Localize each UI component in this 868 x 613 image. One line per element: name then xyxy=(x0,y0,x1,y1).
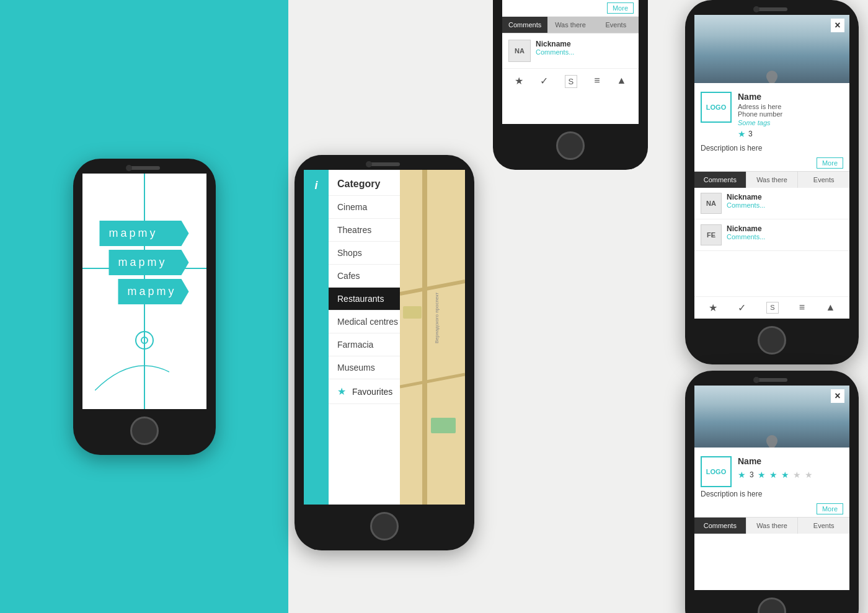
interactive-star-5[interactable]: ★ xyxy=(805,470,813,480)
toolbar-star-icon[interactable]: ★ xyxy=(709,302,717,314)
phone-top-detail-full xyxy=(685,0,859,15)
detail-bottom-name: Name xyxy=(738,456,813,466)
favourites-star-icon: ★ xyxy=(337,386,346,397)
splash-banner-1: mapmy xyxy=(99,221,188,246)
tab-bottom-events[interactable]: Events xyxy=(798,518,849,534)
more-btn-bottom[interactable]: More xyxy=(817,503,843,514)
category-content: i Category × Cinema Theatres xyxy=(304,170,465,505)
tab-events-label: Events xyxy=(813,176,835,183)
phone-detail-full: × LOGO Name xyxy=(685,0,859,364)
tab-comments[interactable]: Comments xyxy=(694,172,746,188)
partial-toolbar-map[interactable]: ▲ xyxy=(617,75,627,88)
partial-comment-block: Nickname Comments... xyxy=(536,40,574,62)
svg-point-1 xyxy=(141,337,148,343)
home-button-category[interactable] xyxy=(370,512,399,540)
logo-box: LOGO xyxy=(701,92,732,123)
detail-tabs: Comments Was there Events xyxy=(694,171,849,188)
toolbar-list-icon[interactable]: ≡ xyxy=(799,302,805,314)
tab-bottom-comments-label: Comments xyxy=(704,522,737,529)
info-icon: i xyxy=(314,179,317,192)
partial-toolbar-s[interactable]: S xyxy=(565,75,578,88)
more-btn[interactable]: More xyxy=(817,157,843,169)
phone-bottom-detail-bottom xyxy=(758,590,786,613)
detail-info: Name Adress is here Phone number Some ta… xyxy=(738,92,843,139)
phone-bottom-category xyxy=(370,505,399,550)
speaker-bar-category xyxy=(369,162,400,166)
speaker-bar-detail-full xyxy=(756,7,787,11)
speaker-bar xyxy=(129,166,160,170)
tab-bottom-was-there-label: Was there xyxy=(756,522,787,529)
detail-tags: Some tags xyxy=(738,119,843,126)
detail-bottom-pin-overlay xyxy=(765,434,779,448)
partial-tab-comments[interactable]: Comments xyxy=(502,17,547,33)
detail-bottom-description: Description is here xyxy=(694,490,849,502)
camera-dot-detail-bottom xyxy=(753,377,760,383)
partial-more-btn[interactable]: More xyxy=(607,2,634,14)
partial-toolbar-check[interactable]: ✓ xyxy=(540,75,548,88)
detail-bottom-image: × xyxy=(694,386,849,448)
detail-toolbar: ★ ✓ S ≡ ▲ xyxy=(694,296,849,319)
tab-bottom-was-there[interactable]: Was there xyxy=(746,518,799,534)
partial-tab-events[interactable]: Events xyxy=(593,17,639,33)
splash-banner-3: mapmy xyxy=(118,279,188,304)
home-button-detail-full[interactable] xyxy=(758,326,786,355)
interactive-star-3[interactable]: ★ xyxy=(781,470,789,480)
tab-was-there[interactable]: Was there xyxy=(746,172,799,188)
home-button-detail-bottom[interactable] xyxy=(758,598,786,613)
svg-rect-7 xyxy=(403,306,422,319)
avatar-na: NA xyxy=(701,193,722,214)
partial-toolbar-list[interactable]: ≡ xyxy=(594,75,600,88)
partial-tab-was-there-label: Was there xyxy=(555,21,586,29)
detail-logo-row: LOGO Name Adress is here Phone number So… xyxy=(694,83,849,144)
app-name-banner-3: mapmy xyxy=(127,285,176,298)
category-label-favourites: Favourites xyxy=(352,387,392,397)
map-background: Вернадского проспект xyxy=(400,170,465,505)
tab-was-there-label: Was there xyxy=(756,176,787,183)
detail-bottom-logo-row: LOGO Name ★ 3 ★ ★ ★ ★ xyxy=(694,448,849,490)
detail-full-screen: × LOGO Name xyxy=(694,15,849,319)
avatar-fe-text: FE xyxy=(707,231,715,239)
phone-top-category xyxy=(294,155,474,170)
right-section: i Category × Cinema Theatres xyxy=(288,0,868,613)
category-label-medical: Medical centres xyxy=(337,317,398,327)
detail-full-content: × LOGO Name xyxy=(694,15,849,319)
interactive-star-4[interactable]: ★ xyxy=(793,470,801,480)
partial-comment-row: NA Nickname Comments... xyxy=(502,33,639,69)
app-name-banner-2: mapmy xyxy=(118,256,167,268)
partial-toolbar-star[interactable]: ★ xyxy=(515,75,523,88)
home-button-splash[interactable] xyxy=(130,417,159,445)
camera-dot xyxy=(126,165,132,171)
detail-bottom-close-btn[interactable]: × xyxy=(831,389,844,403)
home-button-partial[interactable] xyxy=(556,131,585,160)
tab-bottom-comments[interactable]: Comments xyxy=(694,518,746,534)
spacer xyxy=(694,251,849,296)
splash-banners: mapmy mapmy mapmy xyxy=(99,221,188,304)
splash-screen: mapmy mapmy mapmy xyxy=(82,174,206,409)
detail-bottom-tabs: Comments Was there Events xyxy=(694,517,849,534)
svg-rect-8 xyxy=(431,418,456,433)
svg-rect-3 xyxy=(400,170,465,505)
comment-block-1: Nickname Comments... xyxy=(727,193,765,209)
interactive-star-1[interactable]: ★ xyxy=(758,470,766,480)
detail-close-btn[interactable]: × xyxy=(831,19,844,32)
phone-bottom-detail-full xyxy=(758,319,786,364)
star-filled-icon: ★ xyxy=(738,129,746,139)
toolbar-s-icon[interactable]: S xyxy=(766,302,778,314)
category-label-museums: Museums xyxy=(337,363,375,373)
phone-partial: More Comments Was there Events xyxy=(493,0,648,170)
partial-avatar-text: NA xyxy=(515,47,525,55)
toolbar-check-icon[interactable]: ✓ xyxy=(738,302,746,314)
partial-screen: More Comments Was there Events xyxy=(502,0,639,124)
comment-block-2: Nickname Comments... xyxy=(727,224,765,240)
phone-splash: mapmy mapmy mapmy xyxy=(73,159,216,455)
toolbar-map-icon[interactable]: ▲ xyxy=(825,302,835,314)
avatar-fe: FE xyxy=(701,224,722,245)
left-panel: mapmy mapmy mapmy xyxy=(0,0,288,613)
partial-bottom xyxy=(556,124,585,170)
partial-tab-was-there[interactable]: Was there xyxy=(547,17,593,33)
camera-dot-detail-full xyxy=(753,6,760,12)
tab-events[interactable]: Events xyxy=(798,172,849,188)
interactive-star-2[interactable]: ★ xyxy=(769,470,777,480)
tab-bottom-events-label: Events xyxy=(813,522,835,529)
detail-bottom-more-row: More xyxy=(694,502,849,517)
